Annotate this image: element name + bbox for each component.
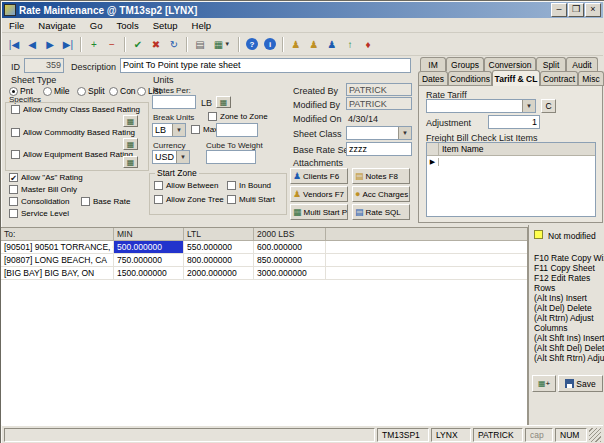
save-button[interactable]: Save bbox=[558, 375, 603, 392]
rate-grid[interactable]: To: MIN LTL 2000 LBS [90501] 90501 TORRA… bbox=[1, 227, 528, 425]
menu-help[interactable]: Help bbox=[185, 19, 219, 32]
last-record-icon[interactable]: ▶| bbox=[59, 35, 77, 53]
multi-start-checkbox[interactable]: Multi Start bbox=[227, 195, 275, 204]
multi-start-pts-button[interactable]: ▦ Multi Start Pts bbox=[290, 204, 348, 220]
rate-sql-button[interactable]: ▤ Rate SQL bbox=[352, 204, 410, 220]
tab-groups[interactable]: Groups bbox=[446, 57, 484, 71]
grid-row[interactable]: [90501] 90501 TORRANCE, CA 500.000000 55… bbox=[1, 241, 527, 254]
menu-file[interactable]: File bbox=[2, 19, 31, 32]
tab-dates[interactable]: Dates bbox=[418, 71, 448, 86]
checklist-listbox[interactable]: Item Name ▶ bbox=[426, 142, 596, 217]
allow-between-checkbox[interactable]: Allow Between bbox=[154, 181, 218, 190]
prior-record-icon[interactable]: ◀ bbox=[23, 35, 41, 53]
grid-row[interactable]: [90807] LONG BEACH, CA 750.000000 800.00… bbox=[1, 254, 527, 267]
chevron-down-icon[interactable]: ▼ bbox=[522, 100, 535, 112]
tab-im[interactable]: IM bbox=[420, 57, 446, 71]
consolidation-checkbox[interactable]: Consolidation bbox=[9, 197, 69, 206]
post-edit-icon[interactable]: ✔ bbox=[129, 35, 147, 53]
grid-cell-ltl[interactable]: 800.000000 bbox=[184, 254, 254, 267]
created-by-field[interactable]: PATRICK bbox=[346, 83, 412, 96]
tab-audit[interactable]: Audit bbox=[566, 57, 598, 71]
send-up-icon[interactable]: ↑ bbox=[341, 35, 359, 53]
max-field[interactable] bbox=[216, 123, 258, 137]
base-rate-seq-field[interactable]: zzzz bbox=[346, 142, 412, 156]
grid-cell-to[interactable]: [90807] LONG BEACH, CA bbox=[1, 254, 114, 267]
insert-record-icon[interactable]: + bbox=[85, 35, 103, 53]
menu-tools[interactable]: Tools bbox=[110, 19, 146, 32]
grid-plus-button[interactable]: ▦ + bbox=[532, 375, 556, 392]
next-record-icon[interactable]: ▶ bbox=[41, 35, 59, 53]
grid-cell-ltl[interactable]: 2000.000000 bbox=[184, 267, 254, 280]
break-unit-combo[interactable]: LB ▼ bbox=[152, 123, 186, 137]
allow-zone-tree-checkbox[interactable]: Allow Zone Tree bbox=[154, 195, 224, 204]
equipment-browse-button[interactable]: ▦ bbox=[123, 156, 138, 168]
resize-grip[interactable] bbox=[589, 428, 601, 442]
help-button[interactable]: ? bbox=[243, 35, 261, 53]
maximize-button[interactable]: ❒ bbox=[568, 3, 584, 17]
refresh-icon[interactable]: ↻ bbox=[165, 35, 183, 53]
max-checkbox[interactable]: Max bbox=[191, 125, 218, 134]
allow-cmdty-class-checkbox[interactable]: Allow Cmdty Class Based Rating bbox=[11, 105, 140, 114]
radio-split[interactable]: Split bbox=[77, 86, 105, 96]
first-record-icon[interactable]: |◀ bbox=[5, 35, 23, 53]
grid-cell-to[interactable]: [90501] 90501 TORRANCE, CA bbox=[1, 241, 114, 254]
modified-by-field[interactable]: PATRICK bbox=[346, 97, 412, 110]
base-rate-checkbox[interactable]: Base Rate bbox=[81, 197, 130, 206]
in-bound-checkbox[interactable]: In Bound bbox=[227, 181, 271, 190]
vendors-icon[interactable]: ♟ bbox=[305, 35, 323, 53]
sheet-class-combo[interactable]: ▼ bbox=[346, 126, 412, 140]
tab-tariff-cl[interactable]: Tariff & CL bbox=[492, 70, 540, 86]
rates-per-field[interactable] bbox=[152, 95, 196, 109]
checklist-row[interactable]: ▶ bbox=[427, 156, 595, 168]
cancel-edit-icon[interactable]: ✖ bbox=[147, 35, 165, 53]
chevron-down-icon[interactable]: ▼ bbox=[398, 127, 411, 139]
menu-go[interactable]: Go bbox=[83, 19, 110, 32]
tab-split[interactable]: Split bbox=[536, 57, 566, 71]
adjustment-field[interactable]: 1 bbox=[488, 115, 540, 129]
currency-combo[interactable]: USD ▼ bbox=[152, 150, 190, 164]
c-button[interactable]: C bbox=[541, 99, 556, 113]
allow-as-rating-checkbox[interactable]: ✔ Allow "As" Rating bbox=[9, 173, 83, 182]
commodity-browse-button[interactable]: ▦ bbox=[123, 138, 138, 150]
tab-misc[interactable]: Misc bbox=[578, 71, 604, 86]
grid-cell-2000lbs[interactable]: 3000.000000 bbox=[254, 267, 326, 280]
minimize-button[interactable]: – bbox=[551, 3, 567, 17]
allow-equipment-checkbox[interactable]: Allow Equipment Based Rating bbox=[11, 150, 133, 159]
service-level-checkbox[interactable]: Service Level bbox=[9, 209, 69, 218]
notes-f8-button[interactable]: ▤ Notes F8 bbox=[352, 168, 410, 184]
grid-cell-2000lbs[interactable]: 850.000000 bbox=[254, 254, 326, 267]
grid-view-button[interactable]: ▦ ▼ bbox=[209, 35, 235, 53]
id-field[interactable]: 359 bbox=[24, 58, 64, 73]
menu-navigate[interactable]: Navigate bbox=[31, 19, 83, 32]
rates-per-browse-button[interactable]: ▦ bbox=[216, 96, 231, 108]
cmdty-class-browse-button[interactable]: ▦ bbox=[123, 115, 138, 127]
menu-setup[interactable]: Setup bbox=[146, 19, 185, 32]
chevron-down-icon[interactable]: ▼ bbox=[176, 151, 189, 163]
grid-cell-ltl[interactable]: 550.000000 bbox=[184, 241, 254, 254]
cube-to-weight-field[interactable] bbox=[206, 150, 256, 164]
master-bill-only-checkbox[interactable]: Master Bill Only bbox=[9, 185, 77, 194]
titlebar[interactable]: Rate Maintenance @ TM13sp2 [LYNX] – ❒ × bbox=[2, 2, 603, 18]
grid-row[interactable]: [BIG BAY] BIG BAY, ON 1500.000000 2000.0… bbox=[1, 267, 527, 280]
grid-cell-min-selected[interactable]: 500.000000 bbox=[114, 241, 184, 254]
tab-conditions[interactable]: Conditions bbox=[448, 71, 492, 86]
grid-cell-min[interactable]: 1500.000000 bbox=[114, 267, 184, 280]
radio-mile[interactable]: Mile bbox=[43, 86, 70, 96]
tab-conversion[interactable]: Conversion bbox=[484, 57, 536, 71]
grid-cell-min[interactable]: 750.000000 bbox=[114, 254, 184, 267]
allow-commodity-checkbox[interactable]: Allow Commodity Based Rating bbox=[11, 128, 135, 137]
info-button[interactable]: i bbox=[261, 35, 279, 53]
chevron-down-icon[interactable]: ▼ bbox=[172, 124, 185, 136]
vendors-f7-button[interactable]: ♟ Vendors F7 bbox=[290, 186, 348, 202]
zone-to-zone-checkbox[interactable]: Zone to Zone bbox=[208, 112, 268, 121]
users-icon[interactable]: ♟ bbox=[323, 35, 341, 53]
clients-icon[interactable]: ♟ bbox=[287, 35, 305, 53]
acc-charges-button[interactable]: ● Acc Charges bbox=[352, 186, 410, 202]
tab-contract[interactable]: Contract bbox=[540, 71, 578, 86]
radio-con[interactable]: Con bbox=[109, 86, 136, 96]
clients-f6-button[interactable]: ♟ Clients F6 bbox=[290, 168, 348, 184]
alerts-icon[interactable]: ♦ bbox=[359, 35, 377, 53]
rate-tariff-combo[interactable]: ▼ bbox=[426, 99, 536, 113]
delete-record-icon[interactable]: − bbox=[103, 35, 121, 53]
description-field[interactable]: Point To Point type rate sheet bbox=[120, 58, 411, 73]
